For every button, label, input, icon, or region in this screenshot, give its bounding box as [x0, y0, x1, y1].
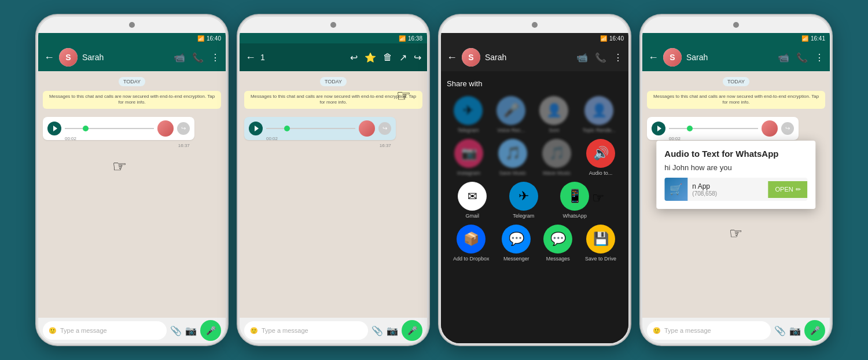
input-action-icons-4: 📎 📷	[774, 325, 801, 336]
video-call-icon-4[interactable]: 📹	[778, 52, 789, 63]
voice-call-icon-4[interactable]: 📞	[796, 52, 808, 63]
share-label-topic: Topic Rende...	[582, 127, 616, 133]
share-label-messenger: Messenger	[503, 256, 529, 262]
input-action-icons-2: 📎 📷	[372, 325, 398, 336]
share-label-messages: Messages	[546, 256, 570, 262]
signal-icon-2: 📶	[399, 35, 406, 42]
camera-icon-2[interactable]: 📷	[387, 325, 398, 336]
camera-icon-4[interactable]: 📷	[789, 325, 801, 336]
share-item-messages[interactable]: 💬 Messages	[543, 225, 572, 262]
selection-count: 1	[260, 53, 265, 62]
share-item-dropbox[interactable]: 📦 Add to Dropbox	[453, 225, 490, 262]
share-item-messenger[interactable]: 💬 Messenger	[502, 225, 531, 262]
share-item-whatsapp[interactable]: 📱 WhatsApp	[560, 182, 589, 219]
share-item-gmail[interactable]: ✉ Gmail	[458, 182, 487, 219]
mic-button[interactable]: 🎤	[200, 320, 221, 341]
contact-name-3: Sarah	[485, 53, 572, 62]
delete-icon[interactable]: 🗑	[383, 52, 392, 63]
back-arrow-4[interactable]: ←	[648, 52, 659, 64]
mic-icon-2: 🎤	[407, 326, 417, 335]
back-arrow-3[interactable]: ←	[447, 52, 457, 64]
share-item-savemusic[interactable]: 🎵 Save Music	[498, 139, 527, 176]
phone-2-chat-body: TODAY Messages to this chat and calls ar…	[240, 71, 427, 318]
input-placeholder: Type a message	[60, 327, 107, 334]
voice-call-icon-3[interactable]: 📞	[595, 52, 606, 63]
star-icon[interactable]: ⭐	[365, 52, 376, 63]
audio-message-bubble: 00:02 ↪ 16:37	[43, 117, 194, 140]
edit-icon: ✏	[796, 186, 801, 193]
play-button-2[interactable]	[249, 122, 263, 135]
share-item-voicerec[interactable]: 🎤 Voice Rec...	[496, 96, 525, 133]
action-icons-2: ↩ ⭐ 🗑 ↗ ↪	[350, 52, 421, 63]
play-button-4[interactable]	[652, 122, 665, 135]
message-input-4[interactable]: 🙂 Type a message	[647, 321, 771, 340]
popup-app-info: n App (708,658)	[687, 180, 768, 199]
share-item-telegram-2[interactable]: ✈ Telegram	[509, 182, 538, 219]
share-item-wavemusic[interactable]: 🎵 Wave Music	[542, 139, 571, 176]
video-call-icon-3[interactable]: 📹	[576, 52, 588, 63]
back-arrow-2[interactable]: ←	[245, 52, 256, 64]
popup-open-button[interactable]: OPEN ✏	[768, 181, 808, 198]
mic-button-4[interactable]: 🎤	[804, 320, 825, 341]
selected-audio-bubble: 00:02 ↪ 16:37	[244, 117, 396, 140]
topic-icon: 👤	[584, 96, 613, 125]
audio-icon: 🔊	[586, 139, 615, 168]
open-label: OPEN	[775, 186, 793, 193]
more-options-icon[interactable]: ⋮	[211, 52, 220, 63]
share-with-panel: Share with ✈ Telegram 🎤 Voice Rec... 👤 S…	[441, 71, 628, 343]
audio-progress-dot	[83, 126, 89, 131]
share-item-drive[interactable]: 💾 Save to Drive	[585, 225, 616, 262]
signal-icon: 📶	[197, 35, 204, 42]
phone-3-header: ← S Sarah 📹 📞 ⋮	[441, 43, 628, 71]
more-options-icon-3[interactable]: ⋮	[613, 52, 623, 63]
attachment-icon[interactable]: 📎	[170, 325, 182, 336]
message-sender-avatar	[157, 120, 174, 137]
reply-icon[interactable]: ↩	[350, 52, 358, 63]
forward-button-2[interactable]: ↪	[378, 122, 391, 135]
messenger-icon: 💬	[502, 225, 531, 254]
phone-1-chat-body: TODAY Messages to this chat and calls ar…	[38, 71, 226, 318]
transcription-popup: Audio to Text for WhatsApp hi John how a…	[656, 141, 815, 209]
mic-button-2[interactable]: 🎤	[402, 320, 422, 341]
video-call-icon[interactable]: 📹	[174, 52, 185, 63]
back-arrow[interactable]: ←	[44, 52, 54, 64]
message-input-2[interactable]: 🙂 Type a message	[244, 321, 368, 340]
camera-icon[interactable]: 📷	[185, 325, 197, 336]
attachment-icon-4[interactable]: 📎	[774, 325, 786, 336]
cursor-hand-4: ☞	[729, 226, 742, 241]
forward-button-4[interactable]: ↪	[781, 122, 794, 135]
attachment-icon-2[interactable]: 📎	[372, 325, 383, 336]
more-options-icon-4[interactable]: ⋮	[815, 52, 824, 63]
phone-3-camera	[532, 22, 538, 28]
phone-4-chat-body: TODAY Messages to this chat and calls ar…	[642, 71, 830, 318]
today-badge-4: TODAY	[723, 77, 749, 86]
play-icon-4	[657, 126, 661, 131]
voice-call-icon[interactable]: 📞	[192, 52, 204, 63]
time-display-4: 16:41	[811, 35, 825, 42]
share-item-audio[interactable]: 🔊 Audio to... ☞	[586, 139, 615, 176]
share-label-telegram-2: Telegram	[513, 213, 534, 219]
telegram-icon-2: ✈	[509, 182, 538, 211]
share-item-soni[interactable]: 👤 Soni	[539, 96, 568, 133]
audio-waveform: 00:02	[65, 123, 154, 134]
share-row-4: 📦 Add to Dropbox 💬 Messenger 💬 Messages …	[447, 225, 623, 262]
encryption-notice: Messages to this chat and calls are now …	[43, 91, 221, 109]
whatsapp-icon: 📱	[560, 182, 589, 211]
forward-button[interactable]: ↪	[177, 122, 190, 135]
message-time: 16:37	[178, 143, 190, 148]
audio-progress-line-4	[669, 128, 758, 129]
share-item-instagram[interactable]: 📷 Instagram	[454, 139, 483, 176]
share-icon[interactable]: ↗	[399, 52, 407, 63]
audio-progress-dot-2	[284, 126, 290, 131]
share-label-gmail: Gmail	[465, 213, 479, 219]
audio-progress-line	[65, 128, 154, 129]
phone-1-input-bar: 🙂 Type a message 📎 📷 🎤	[38, 318, 226, 343]
play-button[interactable]	[47, 122, 61, 135]
time-display-2: 16:38	[408, 35, 422, 42]
forward-icon[interactable]: ↪	[414, 52, 421, 63]
share-item-telegram-1[interactable]: ✈ Telegram	[454, 96, 483, 133]
message-input[interactable]: 🙂 Type a message	[43, 321, 167, 340]
phone-1-header: ← S Sarah 📹 📞 ⋮	[38, 43, 226, 71]
play-icon-2	[255, 126, 259, 131]
share-item-topic[interactable]: 👤 Topic Rende...	[582, 96, 616, 133]
